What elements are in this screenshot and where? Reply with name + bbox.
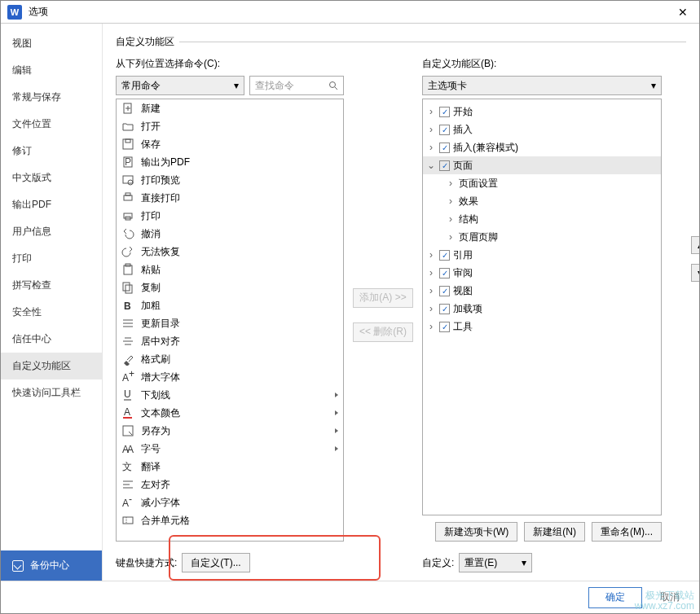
list-item[interactable]: 更新目录 (117, 314, 343, 332)
sidebar-item[interactable]: 修订 (1, 138, 102, 164)
list-item[interactable]: 复制 (117, 278, 343, 296)
rename-button[interactable]: 重命名(M)... (592, 522, 662, 542)
list-item[interactable]: AA字号 (117, 440, 343, 458)
footer: 确定 取消 极光下载站www.xz7.com (1, 581, 699, 613)
checkbox[interactable]: ✓ (439, 322, 450, 332)
sidebar-item[interactable]: 编辑 (1, 57, 102, 84)
sidebar-item[interactable]: 快速访问工具栏 (1, 379, 102, 406)
ribbon-scope-combo[interactable]: 主选项卡 ▾ (422, 76, 662, 95)
add-button[interactable]: 添加(A) >> (353, 288, 413, 308)
sidebar-item[interactable]: 视图 (1, 30, 102, 57)
chevron-down-icon: ▾ (651, 80, 656, 91)
tree-twisty-icon[interactable]: ⌄ (426, 160, 436, 171)
list-item[interactable]: 打印预览 (117, 171, 343, 189)
ribbon-tree[interactable]: ›✓开始›✓插入›✓插入(兼容模式)⌄✓页面›页面设置›效果›结构›页眉页脚›✓… (422, 99, 662, 515)
list-item[interactable]: 撤消 (117, 225, 343, 243)
remove-button[interactable]: << 删除(R) (353, 322, 413, 342)
list-item[interactable]: 无法恢复 (117, 243, 343, 261)
sidebar-item[interactable]: 信任中心 (1, 326, 102, 353)
checkbox[interactable]: ✓ (439, 286, 450, 296)
list-item[interactable]: 新建 (117, 99, 343, 117)
left-icon (121, 478, 134, 491)
checkbox[interactable]: ✓ (439, 250, 450, 261)
list-item[interactable]: 居中对齐 (117, 332, 343, 350)
sidebar-item[interactable]: 常规与保存 (1, 84, 102, 111)
list-item[interactable]: A-减小字体 (117, 493, 343, 511)
tree-twisty-icon[interactable]: › (426, 285, 436, 296)
tree-row[interactable]: ›✓工具 (423, 318, 661, 336)
tree-row[interactable]: ›✓开始 (423, 103, 661, 121)
tree-row[interactable]: ⌄✓页面 (423, 156, 661, 174)
checkbox[interactable]: ✓ (439, 143, 450, 153)
tree-row[interactable]: ›✓审阅 (423, 264, 661, 282)
list-item[interactable]: B加粗 (117, 296, 343, 314)
tree-row[interactable]: ›效果 (423, 192, 661, 210)
list-item[interactable]: P输出为PDF (117, 153, 343, 171)
list-item[interactable]: 左对齐 (117, 476, 343, 493)
tree-row[interactable]: ›✓加载项 (423, 300, 661, 318)
list-item[interactable]: 直接打印 (117, 189, 343, 207)
close-button[interactable]: ✕ (673, 2, 693, 22)
checkbox[interactable]: ✓ (439, 107, 450, 117)
tree-twisty-icon[interactable]: › (446, 213, 456, 225)
tree-twisty-icon[interactable]: › (446, 231, 456, 243)
tree-twisty-icon[interactable]: › (426, 303, 436, 314)
sidebar-item[interactable]: 中文版式 (1, 164, 102, 191)
tree-row[interactable]: ›页眉页脚 (423, 228, 661, 246)
tree-row[interactable]: ›✓插入(兼容模式) (423, 138, 661, 156)
underline-icon: U (121, 388, 134, 401)
list-item[interactable]: 另存为 (117, 422, 343, 440)
command-category-combo[interactable]: 常用命令 ▾ (116, 76, 244, 95)
list-item[interactable]: U下划线 (117, 386, 343, 404)
new-tab-button[interactable]: 新建选项卡(W) (435, 522, 517, 542)
reset-combo[interactable]: 重置(E) ▾ (459, 553, 532, 572)
move-up-button[interactable]: ▴ (691, 236, 699, 254)
checkbox[interactable]: ✓ (439, 125, 450, 135)
tree-twisty-icon[interactable]: › (426, 142, 436, 153)
svg-rect-6 (125, 139, 130, 143)
tree-row[interactable]: ›✓视图 (423, 282, 661, 300)
list-item[interactable]: 粘贴 (117, 261, 343, 278)
tree-twisty-icon[interactable]: › (426, 249, 436, 261)
sidebar-item[interactable]: 文件位置 (1, 111, 102, 138)
list-item[interactable]: 打开 (117, 117, 343, 135)
aminus-icon: A- (121, 496, 134, 509)
tree-twisty-icon[interactable]: › (426, 321, 436, 332)
list-item[interactable]: A+增大字体 (117, 368, 343, 386)
list-item[interactable]: 打印 (117, 207, 343, 225)
dprint-icon (121, 191, 134, 204)
tree-twisty-icon[interactable]: › (446, 195, 456, 207)
backup-center-button[interactable]: 备份中心 (1, 550, 102, 581)
tree-twisty-icon[interactable]: › (446, 178, 456, 189)
sidebar-item[interactable]: 安全性 (1, 299, 102, 326)
tree-twisty-icon[interactable]: › (426, 267, 436, 278)
customize-shortcuts-button[interactable]: 自定义(T)... (182, 553, 249, 572)
sidebar-item[interactable]: 拼写检查 (1, 272, 102, 299)
move-down-button[interactable]: ▾ (691, 264, 699, 282)
svg-text:-: - (129, 496, 132, 505)
tree-twisty-icon[interactable]: › (426, 106, 436, 117)
redo-icon (121, 245, 134, 258)
list-item[interactable]: 合并单元格 (117, 511, 343, 529)
tree-twisty-icon[interactable]: › (426, 124, 436, 135)
list-item[interactable]: A文本颜色 (117, 404, 343, 422)
tree-row[interactable]: ›页面设置 (423, 174, 661, 192)
sidebar-item[interactable]: 自定义功能区 (1, 353, 102, 379)
sidebar-item[interactable]: 用户信息 (1, 218, 102, 245)
search-input[interactable]: 查找命令 (249, 76, 344, 95)
checkbox[interactable]: ✓ (439, 268, 450, 278)
sidebar-item[interactable]: 输出PDF (1, 191, 102, 218)
new-group-button[interactable]: 新建组(N) (524, 522, 585, 542)
tree-row[interactable]: ›✓插入 (423, 121, 661, 138)
sidebar-item[interactable]: 打印 (1, 245, 102, 272)
checkbox[interactable]: ✓ (439, 304, 450, 314)
list-item[interactable]: 格式刷 (117, 350, 343, 368)
command-listbox[interactable]: 新建打开保存P输出为PDF打印预览直接打印打印撤消无法恢复粘贴复制B加粗更新目录… (116, 99, 344, 542)
undo-icon (121, 227, 134, 240)
list-item[interactable]: 文翻译 (117, 458, 343, 476)
checkbox[interactable]: ✓ (439, 160, 450, 171)
tree-row[interactable]: ›✓引用 (423, 246, 661, 264)
list-item[interactable]: 保存 (117, 135, 343, 153)
tree-row[interactable]: ›结构 (423, 210, 661, 228)
content: 自定义功能区 从下列位置选择命令(C): 常用命令 ▾ 查找命令 (103, 24, 699, 581)
